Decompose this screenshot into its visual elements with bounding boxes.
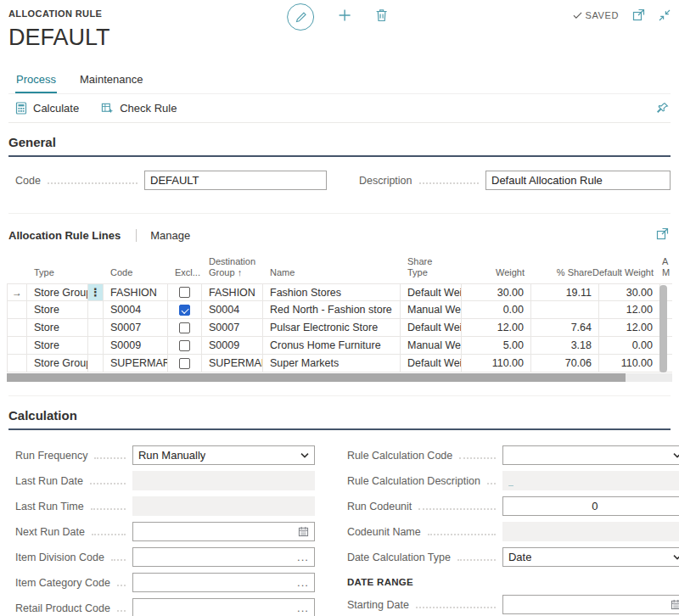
cell-pct-share[interactable]: 19.11 — [531, 284, 599, 300]
cell-share-type[interactable]: Manual Wei... — [401, 301, 462, 318]
cell-weight[interactable]: 30.00 — [462, 284, 531, 300]
cell-pct-share[interactable] — [531, 301, 599, 318]
calculate-button[interactable]: Calculate — [15, 102, 79, 115]
run-frequency-field[interactable]: Run Manually — [132, 445, 315, 465]
run-codeunit-field[interactable]: 0 — [502, 496, 679, 516]
cell-default-weight[interactable]: 12.00 — [599, 301, 660, 318]
horizontal-scrollbar-thumb[interactable] — [7, 373, 626, 382]
cell-code[interactable]: S0009 — [104, 337, 168, 354]
code-label: Code — [15, 175, 48, 187]
row-menu[interactable] — [88, 319, 104, 336]
manage-menu[interactable]: Manage — [150, 229, 190, 242]
cell-share-type[interactable]: Manual Wei... — [401, 337, 462, 354]
retail-product-code-field[interactable]: ... — [132, 598, 315, 616]
table-row[interactable]: → Store Group ⋮ FASHION FASHION Fashion … — [7, 283, 672, 301]
col-exclude[interactable]: Excl... — [168, 251, 202, 283]
cell-destination-group[interactable]: FASHION — [202, 284, 263, 300]
calculator-icon — [15, 102, 27, 115]
cell-code[interactable]: S0007 — [104, 319, 168, 336]
cell-code[interactable]: FASHION — [104, 284, 168, 300]
col-destination-group[interactable]: Destination Group ↑ — [202, 251, 263, 283]
code-field[interactable]: DEFAULT — [144, 171, 327, 190]
exclude-checkbox[interactable] — [179, 305, 190, 316]
edit-button[interactable] — [287, 3, 314, 31]
horizontal-scrollbar-track[interactable] — [7, 373, 672, 382]
col-default-weight[interactable]: Default Weight — [599, 251, 660, 283]
row-menu[interactable] — [88, 337, 104, 354]
cell-default-weight[interactable]: 12.00 — [599, 319, 660, 336]
field-label: Date Calculation Type — [347, 552, 457, 563]
col-name[interactable]: Name — [263, 251, 401, 283]
item-division-code-field[interactable]: ... — [132, 547, 315, 567]
table-row[interactable]: Store Group SUPERMARK SUPERMARK Super Ma… — [7, 355, 672, 372]
delete-button[interactable] — [375, 8, 388, 25]
item-category-code-field[interactable]: ... — [132, 573, 315, 592]
cell-destination-group[interactable]: S0009 — [202, 337, 263, 354]
tab-process[interactable]: Process — [15, 70, 57, 93]
cell-name[interactable]: Red North - Fashion store — [263, 301, 401, 318]
collapse-icon[interactable] — [659, 9, 671, 21]
cell-name[interactable]: Super Markets — [263, 355, 401, 372]
exclude-checkbox[interactable] — [179, 287, 190, 298]
col-weight[interactable]: Weight — [462, 251, 531, 283]
col-pct-share[interactable]: % Share — [531, 251, 599, 283]
description-field[interactable]: Default Allocation Rule — [485, 171, 671, 190]
cell-default-weight[interactable]: 110.00 — [599, 355, 660, 372]
cell-pct-share[interactable]: 3.18 — [531, 337, 599, 354]
cell-default-weight[interactable]: 0.00 — [599, 337, 660, 354]
cell-destination-group[interactable]: SUPERMARK — [202, 355, 263, 372]
cell-share-type[interactable]: Default Wei... — [401, 355, 462, 372]
date-calculation-type-field[interactable]: Date — [502, 547, 679, 567]
table-header: Type Code Excl... Destination Group ↑ Na… — [7, 251, 672, 283]
cell-exclude — [168, 301, 202, 318]
col-type[interactable]: Type — [27, 251, 88, 283]
cell-pct-share[interactable]: 7.64 — [531, 319, 599, 336]
next-run-date-field[interactable] — [132, 522, 315, 541]
calculate-label: Calculate — [33, 102, 79, 115]
cell-type[interactable]: Store Group — [27, 355, 88, 372]
cell-share-type[interactable]: Default Wei... — [401, 284, 462, 300]
table-row[interactable]: Store S0004 S0004 Red North - Fashion st… — [7, 301, 672, 319]
col-code[interactable]: Code — [104, 251, 168, 283]
cell-weight[interactable]: 110.00 — [462, 355, 531, 372]
check-rule-button[interactable]: Check Rule — [101, 102, 177, 115]
cell-code[interactable]: S0004 — [104, 301, 168, 318]
col-share-type[interactable]: Share Type — [401, 251, 462, 283]
cell-default-weight[interactable]: 30.00 — [599, 284, 660, 300]
cell-destination-group[interactable]: S0007 — [202, 319, 263, 336]
cell-share-type[interactable]: Default Wei... — [401, 319, 462, 336]
row-menu[interactable] — [88, 355, 104, 372]
cell-name[interactable]: Fashion Stores — [263, 284, 401, 300]
table-row[interactable]: Store S0007 S0007 Pulsar Electronic Stor… — [7, 319, 672, 337]
cell-weight[interactable]: 12.00 — [462, 319, 531, 336]
cell-name[interactable]: Cronus Home Furniture — [263, 337, 401, 354]
starting-date-field[interactable] — [502, 595, 679, 614]
rule-calculation-code-field[interactable] — [502, 445, 679, 465]
vertical-scrollbar[interactable] — [659, 285, 667, 372]
cell-pct-share[interactable]: 70.06 — [531, 355, 599, 372]
exclude-checkbox[interactable] — [179, 358, 190, 369]
cell-code[interactable]: SUPERMARK — [104, 355, 168, 372]
exclude-checkbox[interactable] — [179, 322, 190, 333]
cell-type[interactable]: Store Group — [27, 284, 88, 300]
open-in-window-icon[interactable] — [632, 8, 645, 21]
row-menu[interactable] — [88, 301, 104, 318]
cell-destination-group[interactable]: S0004 — [202, 301, 263, 318]
exclude-checkbox[interactable] — [179, 340, 190, 351]
table-row[interactable]: Store S0009 S0009 Cronus Home Furniture … — [7, 337, 672, 355]
row-menu[interactable]: ⋮ — [88, 284, 104, 300]
new-button[interactable] — [338, 8, 351, 25]
dotted-leader — [117, 604, 126, 612]
pin-icon[interactable] — [656, 102, 669, 115]
field-label: Retail Product Code — [15, 602, 117, 614]
cell-name[interactable]: Pulsar Electronic Store — [263, 319, 401, 336]
cell-type[interactable]: Store — [27, 319, 88, 336]
tab-maintenance[interactable]: Maintenance — [79, 70, 143, 93]
save-status-label: SAVED — [586, 10, 619, 20]
cell-weight[interactable]: 0.00 — [462, 301, 531, 318]
cell-weight[interactable]: 5.00 — [462, 337, 531, 354]
rule-calculation-description-field: _ — [502, 471, 679, 490]
cell-type[interactable]: Store — [27, 337, 88, 354]
focus-mode-icon[interactable] — [656, 227, 669, 240]
cell-type[interactable]: Store — [27, 301, 88, 318]
